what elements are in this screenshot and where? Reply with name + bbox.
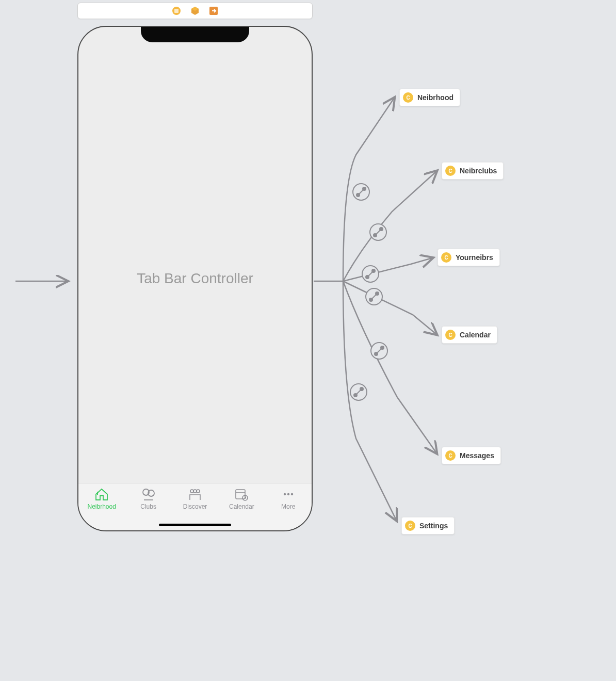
svg-point-39 xyxy=(291,493,293,495)
tab-neibrhood[interactable]: Neibrhood xyxy=(81,488,122,530)
svg-line-11 xyxy=(367,271,374,277)
more-icon xyxy=(281,488,296,501)
svg-line-3 xyxy=(358,189,364,195)
controller-icon: C xyxy=(445,166,456,176)
svg-point-5 xyxy=(363,187,366,190)
svg-rect-34 xyxy=(236,490,245,499)
svg-point-14 xyxy=(366,288,382,305)
tab-label: Neibrhood xyxy=(88,503,116,510)
svg-point-12 xyxy=(366,275,369,279)
scene-icon[interactable] xyxy=(172,6,181,15)
destination-label: Neibrclubs xyxy=(460,167,497,175)
first-responder-icon[interactable] xyxy=(190,6,200,15)
destination-neibrhood[interactable]: CNeibrhood xyxy=(399,89,460,106)
svg-point-25 xyxy=(360,387,363,391)
tab-label: Clubs xyxy=(140,503,156,510)
svg-point-16 xyxy=(369,298,372,301)
svg-point-10 xyxy=(362,266,379,282)
svg-point-17 xyxy=(376,292,379,295)
svg-point-32 xyxy=(193,490,197,493)
svg-rect-27 xyxy=(174,9,179,13)
controller-icon: C xyxy=(403,92,413,103)
phone-notch xyxy=(141,27,249,42)
tab-label: More xyxy=(281,503,295,510)
destination-yourneibrs[interactable]: CYourneibrs xyxy=(437,249,500,266)
destination-label: Settings xyxy=(419,522,448,530)
svg-point-2 xyxy=(353,184,369,200)
exit-icon[interactable] xyxy=(209,6,218,15)
destination-settings[interactable]: CSettings xyxy=(401,517,455,534)
svg-point-37 xyxy=(284,493,286,495)
destination-calendar[interactable]: CCalendar xyxy=(442,326,497,344)
svg-point-8 xyxy=(374,234,377,237)
destination-label: Calendar xyxy=(460,331,491,339)
svg-line-23 xyxy=(355,389,362,395)
svg-point-21 xyxy=(381,346,384,349)
controller-icon: C xyxy=(445,330,456,340)
svg-point-4 xyxy=(356,193,360,197)
svg-point-6 xyxy=(370,224,386,240)
svg-line-15 xyxy=(371,294,377,300)
destination-label: Messages xyxy=(460,451,494,460)
clubs-icon xyxy=(141,488,156,501)
svg-point-9 xyxy=(380,228,383,231)
svg-point-13 xyxy=(372,269,375,272)
scene-toolbar[interactable] xyxy=(77,3,313,19)
controller-icon: C xyxy=(445,450,456,461)
destination-label: Yourneibrs xyxy=(456,253,493,262)
destination-label: Neibrhood xyxy=(417,93,453,102)
svg-line-19 xyxy=(376,348,382,354)
house-icon xyxy=(94,488,109,501)
tab-bar-controller-scene[interactable]: Tab Bar Controller Neibrhood Clubs Disco… xyxy=(77,26,313,531)
destination-neibrclubs[interactable]: CNeibrclubs xyxy=(442,162,504,180)
people-icon xyxy=(187,488,203,501)
controller-icon: C xyxy=(405,521,415,531)
tab-label: Calendar xyxy=(229,503,254,510)
destination-messages[interactable]: CMessages xyxy=(442,447,501,464)
svg-point-22 xyxy=(350,384,367,400)
svg-point-18 xyxy=(371,343,387,359)
svg-point-31 xyxy=(190,490,193,493)
svg-point-38 xyxy=(287,493,289,495)
svg-line-7 xyxy=(375,229,381,235)
home-indicator xyxy=(159,524,231,526)
svg-point-33 xyxy=(197,490,200,493)
tab-more[interactable]: More xyxy=(268,488,309,530)
svg-point-24 xyxy=(354,394,357,397)
svg-point-20 xyxy=(375,352,378,355)
controller-title: Tab Bar Controller xyxy=(137,270,253,287)
controller-icon: C xyxy=(441,252,451,263)
calendar-icon xyxy=(234,488,249,501)
tab-label: Discover xyxy=(183,503,207,510)
